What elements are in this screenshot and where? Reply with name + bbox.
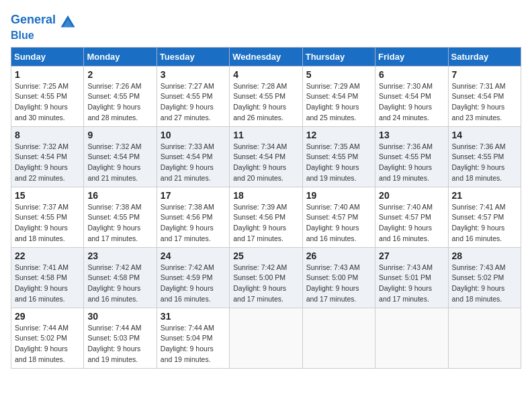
col-header-wednesday: Wednesday xyxy=(230,47,302,66)
calendar-cell: 23 Sunrise: 7:42 AMSunset: 4:58 PMDaylig… xyxy=(84,247,157,308)
day-number: 10 xyxy=(161,130,226,140)
calendar-cell xyxy=(230,308,302,368)
day-info: Sunrise: 7:44 AMSunset: 5:04 PMDaylight:… xyxy=(161,324,214,363)
day-number: 9 xyxy=(87,130,152,140)
calendar-cell: 3 Sunrise: 7:27 AMSunset: 4:55 PMDayligh… xyxy=(157,66,229,126)
col-header-monday: Monday xyxy=(84,47,157,66)
day-number: 16 xyxy=(87,190,152,201)
calendar-cell: 30 Sunrise: 7:44 AMSunset: 5:03 PMDaylig… xyxy=(84,308,157,368)
calendar-cell: 6 Sunrise: 7:30 AMSunset: 4:54 PMDayligh… xyxy=(375,66,448,126)
day-info: Sunrise: 7:41 AMSunset: 4:57 PMDaylight:… xyxy=(452,203,506,242)
day-number: 25 xyxy=(233,250,298,261)
logo: General Blue xyxy=(11,11,77,42)
calendar-cell: 27 Sunrise: 7:43 AMSunset: 5:01 PMDaylig… xyxy=(375,247,448,308)
calendar-cell xyxy=(375,308,448,368)
logo-text: General xyxy=(11,13,56,27)
day-info: Sunrise: 7:38 AMSunset: 4:55 PMDaylight:… xyxy=(87,203,141,242)
day-info: Sunrise: 7:42 AMSunset: 4:58 PMDaylight:… xyxy=(87,263,141,303)
calendar-cell: 1 Sunrise: 7:25 AMSunset: 4:55 PMDayligh… xyxy=(11,66,84,126)
calendar-cell: 26 Sunrise: 7:43 AMSunset: 5:00 PMDaylig… xyxy=(302,247,375,308)
calendar-cell: 29 Sunrise: 7:44 AMSunset: 5:02 PMDaylig… xyxy=(11,308,84,368)
day-number: 26 xyxy=(306,250,371,261)
col-header-sunday: Sunday xyxy=(11,47,84,66)
day-number: 4 xyxy=(233,69,298,80)
day-number: 18 xyxy=(233,190,298,201)
day-info: Sunrise: 7:30 AMSunset: 4:54 PMDaylight:… xyxy=(379,82,433,122)
header: General Blue xyxy=(11,11,521,42)
day-number: 21 xyxy=(452,190,517,201)
day-info: Sunrise: 7:34 AMSunset: 4:54 PMDaylight:… xyxy=(233,142,287,182)
day-number: 2 xyxy=(87,69,152,80)
day-info: Sunrise: 7:26 AMSunset: 4:55 PMDaylight:… xyxy=(87,82,141,122)
day-info: Sunrise: 7:33 AMSunset: 4:54 PMDaylight:… xyxy=(161,142,214,182)
calendar-cell xyxy=(448,308,521,368)
calendar-cell: 25 Sunrise: 7:42 AMSunset: 5:00 PMDaylig… xyxy=(230,247,302,308)
calendar-cell: 17 Sunrise: 7:38 AMSunset: 4:56 PMDaylig… xyxy=(157,187,229,247)
calendar-cell: 24 Sunrise: 7:42 AMSunset: 4:59 PMDaylig… xyxy=(157,247,229,308)
day-info: Sunrise: 7:32 AMSunset: 4:54 PMDaylight:… xyxy=(87,142,141,182)
calendar-cell: 5 Sunrise: 7:29 AMSunset: 4:54 PMDayligh… xyxy=(302,66,375,126)
calendar-cell: 19 Sunrise: 7:40 AMSunset: 4:57 PMDaylig… xyxy=(302,187,375,247)
day-number: 15 xyxy=(15,190,80,201)
day-number: 6 xyxy=(379,69,444,80)
day-number: 5 xyxy=(306,69,371,80)
day-info: Sunrise: 7:29 AMSunset: 4:54 PMDaylight:… xyxy=(306,82,360,122)
calendar-cell: 14 Sunrise: 7:36 AMSunset: 4:55 PMDaylig… xyxy=(448,126,521,187)
calendar-cell: 10 Sunrise: 7:33 AMSunset: 4:54 PMDaylig… xyxy=(157,126,229,187)
day-number: 14 xyxy=(452,130,517,140)
col-header-friday: Friday xyxy=(375,47,448,66)
day-number: 13 xyxy=(379,130,444,140)
day-number: 23 xyxy=(87,250,152,261)
calendar-cell: 20 Sunrise: 7:40 AMSunset: 4:57 PMDaylig… xyxy=(375,187,448,247)
calendar-cell: 15 Sunrise: 7:37 AMSunset: 4:55 PMDaylig… xyxy=(11,187,84,247)
col-header-saturday: Saturday xyxy=(448,47,521,66)
day-number: 19 xyxy=(306,190,371,201)
day-number: 7 xyxy=(452,69,517,80)
calendar-cell: 9 Sunrise: 7:32 AMSunset: 4:54 PMDayligh… xyxy=(84,126,157,187)
calendar-cell: 4 Sunrise: 7:28 AMSunset: 4:55 PMDayligh… xyxy=(230,66,302,126)
day-number: 30 xyxy=(87,311,152,322)
logo-icon xyxy=(58,11,77,30)
day-number: 1 xyxy=(15,69,80,80)
day-number: 3 xyxy=(161,69,226,80)
calendar-cell: 2 Sunrise: 7:26 AMSunset: 4:55 PMDayligh… xyxy=(84,66,157,126)
day-info: Sunrise: 7:39 AMSunset: 4:56 PMDaylight:… xyxy=(233,203,287,242)
col-header-tuesday: Tuesday xyxy=(157,47,229,66)
day-number: 31 xyxy=(161,311,226,322)
day-info: Sunrise: 7:44 AMSunset: 5:03 PMDaylight:… xyxy=(87,324,141,363)
calendar-cell: 16 Sunrise: 7:38 AMSunset: 4:55 PMDaylig… xyxy=(84,187,157,247)
day-info: Sunrise: 7:32 AMSunset: 4:54 PMDaylight:… xyxy=(15,142,69,182)
col-header-thursday: Thursday xyxy=(302,47,375,66)
day-info: Sunrise: 7:27 AMSunset: 4:55 PMDaylight:… xyxy=(161,82,214,122)
day-info: Sunrise: 7:41 AMSunset: 4:58 PMDaylight:… xyxy=(15,263,69,303)
day-number: 27 xyxy=(379,250,444,261)
day-info: Sunrise: 7:25 AMSunset: 4:55 PMDaylight:… xyxy=(15,82,69,122)
calendar-cell: 13 Sunrise: 7:36 AMSunset: 4:55 PMDaylig… xyxy=(375,126,448,187)
day-info: Sunrise: 7:38 AMSunset: 4:56 PMDaylight:… xyxy=(161,203,214,242)
calendar-cell: 11 Sunrise: 7:34 AMSunset: 4:54 PMDaylig… xyxy=(230,126,302,187)
day-info: Sunrise: 7:28 AMSunset: 4:55 PMDaylight:… xyxy=(233,82,287,122)
day-info: Sunrise: 7:36 AMSunset: 4:55 PMDaylight:… xyxy=(452,142,506,182)
day-number: 12 xyxy=(306,130,371,140)
day-number: 22 xyxy=(15,250,80,261)
day-info: Sunrise: 7:31 AMSunset: 4:54 PMDaylight:… xyxy=(452,82,506,122)
day-info: Sunrise: 7:35 AMSunset: 4:55 PMDaylight:… xyxy=(306,142,360,182)
calendar-table: SundayMondayTuesdayWednesdayThursdayFrid… xyxy=(11,47,521,369)
day-number: 8 xyxy=(15,130,80,140)
day-number: 20 xyxy=(379,190,444,201)
calendar-cell: 12 Sunrise: 7:35 AMSunset: 4:55 PMDaylig… xyxy=(302,126,375,187)
day-info: Sunrise: 7:43 AMSunset: 5:01 PMDaylight:… xyxy=(379,263,433,303)
day-info: Sunrise: 7:40 AMSunset: 4:57 PMDaylight:… xyxy=(306,203,360,242)
day-info: Sunrise: 7:37 AMSunset: 4:55 PMDaylight:… xyxy=(15,203,69,242)
calendar-cell: 7 Sunrise: 7:31 AMSunset: 4:54 PMDayligh… xyxy=(448,66,521,126)
calendar-cell: 8 Sunrise: 7:32 AMSunset: 4:54 PMDayligh… xyxy=(11,126,84,187)
calendar-cell: 18 Sunrise: 7:39 AMSunset: 4:56 PMDaylig… xyxy=(230,187,302,247)
day-info: Sunrise: 7:36 AMSunset: 4:55 PMDaylight:… xyxy=(379,142,433,182)
calendar-cell: 22 Sunrise: 7:41 AMSunset: 4:58 PMDaylig… xyxy=(11,247,84,308)
day-number: 11 xyxy=(233,130,298,140)
day-info: Sunrise: 7:40 AMSunset: 4:57 PMDaylight:… xyxy=(379,203,433,242)
calendar-cell: 31 Sunrise: 7:44 AMSunset: 5:04 PMDaylig… xyxy=(157,308,229,368)
calendar-cell xyxy=(302,308,375,368)
logo-blue: Blue xyxy=(11,30,77,42)
day-number: 17 xyxy=(161,190,226,201)
